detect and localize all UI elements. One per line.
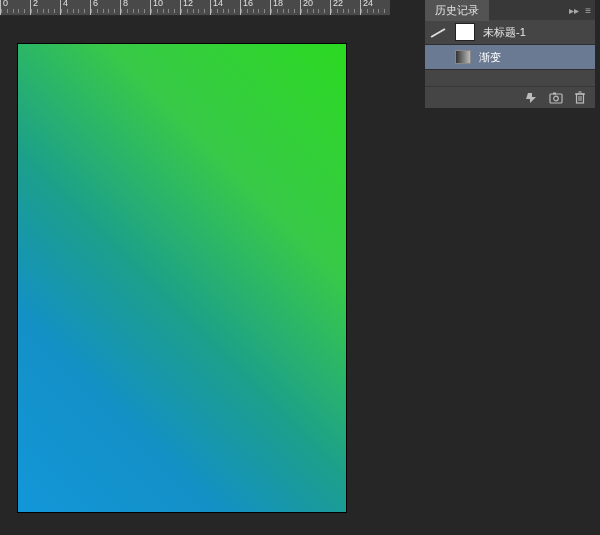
svg-point-1 bbox=[554, 96, 559, 101]
gradient-icon bbox=[455, 50, 471, 64]
history-item-document[interactable]: 未标题-1 bbox=[425, 20, 595, 45]
panel-footer bbox=[425, 86, 595, 108]
ruler-tick-label: 22 bbox=[333, 0, 343, 8]
history-tab[interactable]: 历史记录 bbox=[425, 0, 489, 21]
ruler-tick-label: 6 bbox=[93, 0, 98, 8]
ruler-tick-label: 24 bbox=[363, 0, 373, 8]
history-item-gradient[interactable]: 渐变 bbox=[425, 45, 595, 70]
svg-rect-3 bbox=[577, 94, 584, 103]
panel-tab-bar: 历史记录 ▸▸ ≡ bbox=[425, 0, 595, 20]
panel-menu-icon[interactable]: ≡ bbox=[585, 5, 591, 16]
document-canvas[interactable] bbox=[18, 44, 346, 512]
document-thumbnail bbox=[455, 23, 475, 41]
svg-rect-0 bbox=[550, 94, 562, 103]
ruler-tick-label: 20 bbox=[303, 0, 313, 8]
camera-icon[interactable] bbox=[549, 91, 563, 105]
brush-icon bbox=[431, 25, 447, 39]
ruler-tick-label: 4 bbox=[63, 0, 68, 8]
ruler-tick-label: 16 bbox=[243, 0, 253, 8]
horizontal-ruler[interactable]: 024681012141618202224 bbox=[0, 0, 390, 16]
collapse-icon[interactable]: ▸▸ bbox=[569, 5, 579, 16]
panel-body bbox=[425, 70, 595, 86]
ruler-tick-label: 2 bbox=[33, 0, 38, 8]
svg-rect-2 bbox=[553, 92, 556, 94]
ruler-tick-label: 8 bbox=[123, 0, 128, 8]
ruler-tick-label: 12 bbox=[183, 0, 193, 8]
history-item-label: 未标题-1 bbox=[483, 25, 526, 40]
ruler-tick-label: 18 bbox=[273, 0, 283, 8]
history-panel: 历史记录 ▸▸ ≡ 未标题-1 渐变 bbox=[425, 0, 595, 108]
trash-icon[interactable] bbox=[573, 91, 587, 105]
history-item-label: 渐变 bbox=[479, 50, 501, 65]
canvas-area[interactable] bbox=[0, 16, 390, 535]
ruler-tick-label: 10 bbox=[153, 0, 163, 8]
create-snapshot-icon[interactable] bbox=[525, 91, 539, 105]
ruler-tick-label: 0 bbox=[3, 0, 8, 8]
ruler-tick-label: 14 bbox=[213, 0, 223, 8]
